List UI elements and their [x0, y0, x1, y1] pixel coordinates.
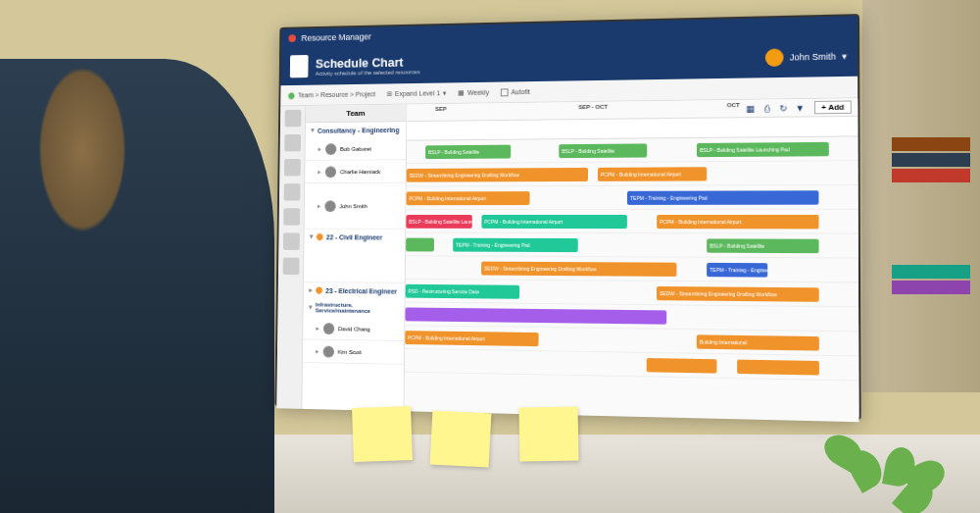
calendar-icon: ▦	[458, 89, 465, 97]
user-menu[interactable]: John Smith ▾	[765, 47, 848, 67]
nav-sidebar	[276, 106, 306, 409]
user-avatar-icon	[765, 48, 784, 67]
chevron-right-icon: ▸	[316, 325, 319, 333]
chevron-down-icon: ▾	[443, 89, 447, 97]
task-bar[interactable]: SEDW - Streamlining Engineering Drafting…	[657, 286, 819, 302]
task-bar[interactable]: BSLP - Building Satellite Launching Pad	[406, 215, 471, 229]
gantt-row: BSLP - Building Satellite BSLP - Buildin…	[407, 136, 858, 164]
task-bar[interactable]	[647, 358, 717, 374]
team-resource-row[interactable]: ▸David Chang	[303, 317, 404, 341]
page-subtitle: Activity schedule of the selected resour…	[316, 69, 420, 77]
avatar-icon	[324, 200, 335, 212]
checkbox-icon	[501, 88, 509, 96]
avatar-icon	[323, 345, 334, 357]
team-panel: Team ▾Consultancy - Engineering ▸Bob Gab…	[302, 105, 407, 412]
calendar-icon[interactable]: ▦	[745, 102, 757, 114]
task-bar[interactable]: PCPM - Building International Airport	[481, 215, 626, 229]
autofit-checkbox[interactable]: Autofit	[501, 88, 530, 96]
task-bar[interactable]: TEPM - Training - Engineering Pad	[627, 190, 819, 205]
team-group[interactable]: ▾⬤22 - Civil Engineer	[304, 230, 405, 245]
add-button[interactable]: + Add	[814, 100, 852, 114]
team-group[interactable]: ▾Consultancy - Engineering	[306, 122, 407, 138]
task-bar[interactable]: BSLP - Building Satellite	[425, 145, 511, 159]
window-title: Resource Manager	[301, 31, 371, 42]
team-column-header: Team	[306, 105, 407, 124]
gantt-row: BSLP - Building Satellite Launching Pad …	[406, 210, 858, 234]
avatar-icon	[325, 166, 336, 178]
chevron-right-icon: ▸	[318, 145, 322, 153]
task-bar[interactable]: BSLP - Building Satellite Launching Pad	[697, 142, 829, 157]
print-icon[interactable]: ⎙	[761, 102, 773, 114]
sidebar-item-schedule[interactable]	[284, 110, 301, 128]
sidebar-item-service[interactable]	[283, 183, 300, 200]
gantt-row: TEPM - Training - Engineering Pad BSLP -…	[406, 233, 858, 259]
team-resource-row[interactable]	[304, 244, 405, 283]
team-group[interactable]: ▾Infrastructure, Service/maintenance	[303, 298, 404, 319]
task-bar[interactable]: BSLP - Building Satellite	[707, 238, 818, 253]
plant-decoration	[823, 356, 960, 513]
gantt-row: SEDW - Streamlining Engineering Drafting…	[407, 161, 858, 186]
breadcrumb[interactable]: ⬤ Team > Resource > Project	[288, 90, 376, 99]
page-icon	[290, 55, 309, 77]
sidebar-item-workflow[interactable]	[282, 232, 299, 249]
sidebar-item-browse[interactable]	[284, 134, 301, 151]
refresh-icon[interactable]: ↻	[777, 102, 790, 114]
chevron-right-icon: ▸	[318, 168, 321, 176]
task-bar[interactable]: RSD - Restructuring Service Data	[406, 284, 519, 299]
task-bar[interactable]	[737, 360, 819, 376]
chevron-right-icon: ▸	[309, 286, 313, 294]
sidebar-item-tasks[interactable]	[283, 208, 300, 225]
sticky-note	[352, 406, 413, 462]
team-resource-row[interactable]: ▸Bob Gaboret	[305, 137, 406, 161]
chevron-right-icon: ▸	[316, 347, 319, 355]
team-resource-row[interactable]: ▸John Smith	[305, 183, 406, 230]
sidebar-item-resource-types[interactable]	[283, 159, 300, 176]
task-bar[interactable]: BSLP - Building Satellite	[559, 143, 647, 158]
task-bar[interactable]: PCPM - Building International Airport	[405, 331, 538, 346]
chevron-down-icon: ▾	[311, 127, 315, 134]
task-bar[interactable]	[406, 238, 434, 252]
app-icon	[288, 34, 295, 42]
task-bar[interactable]: SEDW - Streamlining Engineering Drafting…	[407, 168, 588, 182]
task-bar[interactable]: TEPM - Training - Engineering Pad	[453, 238, 578, 252]
task-bar[interactable]: Building International	[697, 334, 819, 350]
task-bar[interactable]: PCPM - Building International Airport	[657, 215, 818, 229]
chevron-down-icon: ▾	[842, 51, 847, 61]
chevron-down-icon: ▾	[309, 303, 313, 311]
chevron-right-icon: ▸	[318, 202, 321, 210]
sidebar-item-board[interactable]	[282, 258, 299, 276]
sticky-note	[519, 406, 579, 461]
task-bar[interactable]: SEDW - Streamlining Engineering Drafting…	[481, 262, 676, 277]
gantt-chart: ▦ ⎙ ↻ ▼ + Add SEP SEP - OCT OCT BSLP - B…	[405, 98, 859, 422]
team-resource-row[interactable]: ▸Charlie Hamiack	[305, 160, 406, 183]
task-bar[interactable]: PCPM - Building International Airport	[407, 191, 530, 205]
task-bar[interactable]: PCPM - Building International Airport	[598, 167, 707, 181]
task-bar[interactable]: TEPM - Training - Engineering Pad	[707, 263, 767, 278]
user-name: John Smith	[790, 52, 836, 63]
team-group[interactable]: ▸⬤23 - Electrical Engineer	[304, 282, 405, 299]
expand-icon: ⊞	[387, 90, 393, 98]
task-bar[interactable]	[405, 307, 666, 324]
sticky-note	[430, 410, 492, 467]
chevron-down-icon: ▾	[310, 232, 314, 240]
avatar-icon	[325, 143, 336, 155]
filter-icon[interactable]: ▼	[794, 102, 807, 114]
team-resource-row[interactable]: ▸Kim Scott	[303, 339, 404, 364]
gantt-row: PCPM - Building International Airport TE…	[406, 185, 858, 210]
expand-level-dropdown[interactable]: ⊞ Expand Level 1 ▾	[387, 89, 447, 98]
gantt-row: SEDW - Streamlining Engineering Drafting…	[406, 256, 858, 282]
avatar-icon	[323, 323, 334, 334]
view-dropdown[interactable]: ▦ Weekly	[458, 88, 489, 96]
